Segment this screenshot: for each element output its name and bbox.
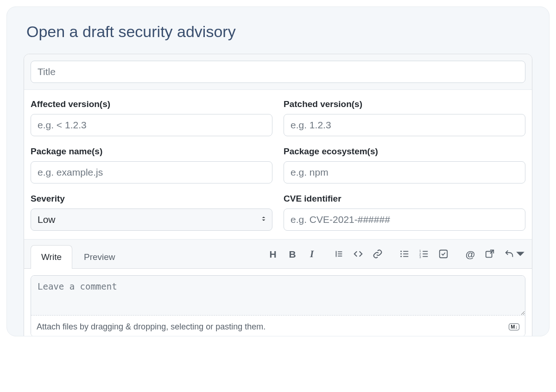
attach-hint-text: Attach files by dragging & dropping, sel… [37, 322, 265, 332]
affected-versions-input[interactable] [31, 114, 272, 136]
form-body: Affected version(s) Patched version(s) P… [24, 90, 532, 239]
cve-label: CVE identifier [284, 194, 525, 204]
page-title: Open a draft security advisory [26, 23, 530, 41]
comment-box: Attach files by dragging & dropping, sel… [31, 275, 525, 336]
italic-icon[interactable]: I [307, 249, 317, 259]
advisory-form: Affected version(s) Patched version(s) P… [24, 54, 532, 336]
severity-label: Severity [31, 194, 272, 204]
package-ecosystem-input[interactable] [284, 161, 525, 183]
tab-write[interactable]: Write [31, 245, 72, 269]
svg-rect-6 [440, 250, 448, 258]
reply-icon[interactable] [504, 249, 525, 259]
numbered-list-icon[interactable]: 123 [419, 249, 429, 259]
bold-icon[interactable]: B [287, 249, 297, 259]
heading-icon[interactable]: H [268, 249, 278, 259]
svg-text:3: 3 [419, 255, 421, 259]
quote-icon[interactable] [334, 249, 344, 259]
cve-input[interactable] [284, 209, 525, 231]
svg-point-1 [400, 253, 402, 255]
affected-versions-label: Affected version(s) [31, 99, 272, 109]
patched-versions-label: Patched version(s) [284, 99, 525, 109]
mention-icon[interactable]: @ [465, 249, 475, 259]
task-list-icon[interactable] [438, 249, 449, 259]
svg-point-2 [400, 256, 402, 257]
editor-toolbar: H B I [268, 245, 525, 263]
package-ecosystem-label: Package ecosystem(s) [284, 146, 525, 157]
package-name-input[interactable] [31, 161, 272, 183]
title-input[interactable] [31, 61, 525, 83]
page-container: Open a draft security advisory Affected … [6, 6, 550, 336]
link-icon[interactable] [373, 249, 383, 259]
comment-textarea[interactable] [31, 276, 525, 316]
comment-area: Attach files by dragging & dropping, sel… [24, 269, 532, 336]
cross-reference-icon[interactable] [485, 249, 495, 259]
patched-versions-input[interactable] [284, 114, 525, 136]
markdown-badge-icon: M↓ [509, 323, 519, 330]
bullet-list-icon[interactable] [399, 249, 410, 259]
svg-point-0 [400, 251, 402, 252]
tab-preview[interactable]: Preview [73, 245, 126, 269]
editor-tabbar: Write Preview H B I [24, 239, 532, 269]
code-icon[interactable] [353, 249, 363, 259]
severity-select[interactable]: Low [31, 209, 272, 231]
package-name-label: Package name(s) [31, 146, 272, 157]
attach-hint-row[interactable]: Attach files by dragging & dropping, sel… [31, 317, 525, 336]
title-section [24, 54, 532, 90]
